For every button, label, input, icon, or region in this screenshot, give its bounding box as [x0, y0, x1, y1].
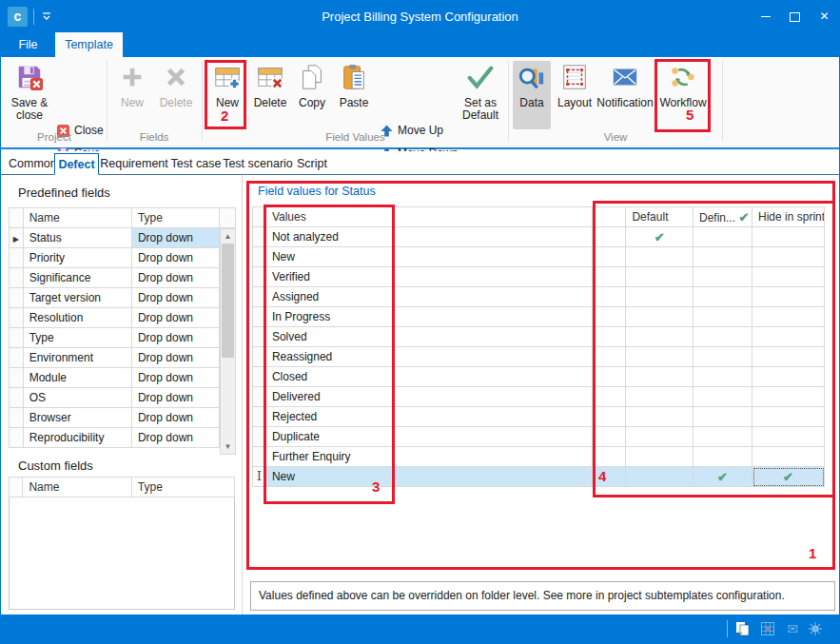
table-row[interactable]: Assigned [253, 287, 825, 307]
column-header-type[interactable]: Type [131, 208, 219, 228]
column-header-name[interactable]: Name [23, 208, 131, 228]
defined-cell[interactable] [693, 427, 752, 447]
spacer-cell[interactable] [593, 447, 626, 467]
column-header-hide-in-sprints[interactable]: Hide in sprints [752, 207, 825, 227]
table-row[interactable]: Module Drop down [10, 368, 236, 388]
default-cell[interactable] [626, 407, 693, 427]
value-cell[interactable]: In Progress [265, 307, 592, 327]
table-row[interactable]: New [253, 247, 825, 267]
tab-test-case[interactable]: Test case [169, 153, 223, 175]
default-cell[interactable] [626, 247, 693, 267]
column-header-defined[interactable]: Defin... ✔ [693, 207, 752, 227]
spacer-cell[interactable] [593, 467, 626, 487]
table-row[interactable]: ▶ Status Drop down [10, 228, 236, 248]
close-button[interactable]: ✕ [810, 1, 839, 32]
field-name-cell[interactable]: Priority [23, 248, 131, 268]
tab-requirement[interactable]: Requirement [99, 153, 169, 175]
row-selector[interactable] [253, 387, 266, 407]
table-row[interactable]: Duplicate [253, 427, 825, 447]
field-name-cell[interactable]: Environment [23, 348, 131, 368]
defined-cell[interactable] [693, 307, 752, 327]
fields-delete-button[interactable]: Delete [154, 61, 198, 129]
column-header-values[interactable]: Values [265, 207, 592, 227]
defined-cell[interactable] [693, 367, 752, 387]
table-row[interactable]: In Progress [253, 307, 825, 327]
column-header-type[interactable]: Type [131, 478, 234, 498]
burst-status-icon[interactable] [806, 620, 825, 637]
value-cell[interactable]: Assigned [265, 287, 592, 307]
field-name-cell[interactable]: OS [23, 388, 131, 408]
row-selector[interactable] [253, 227, 266, 247]
scrollbar-thumb[interactable] [222, 244, 234, 358]
spacer-cell[interactable] [593, 287, 626, 307]
value-cell[interactable]: Verified [265, 267, 592, 287]
field-name-cell[interactable]: Significance [23, 268, 131, 288]
defined-cell[interactable] [693, 447, 752, 467]
tab-defect[interactable]: Defect [54, 153, 99, 175]
data-view-button[interactable]: Data [513, 61, 551, 129]
table-row[interactable]: Closed [253, 367, 825, 387]
field-type-cell[interactable]: Drop down [131, 228, 219, 248]
row-selector[interactable] [10, 388, 24, 408]
defined-cell[interactable] [693, 407, 752, 427]
row-selector[interactable] [253, 327, 266, 347]
hide-in-sprints-cell[interactable] [752, 247, 825, 267]
field-type-cell[interactable]: Drop down [131, 428, 219, 448]
defined-cell[interactable]: ✔ [693, 467, 752, 487]
values-delete-button[interactable]: Delete [249, 61, 291, 129]
field-name-cell[interactable]: Resolution [23, 308, 131, 328]
row-selector[interactable] [10, 308, 24, 328]
pointer-pages-icon[interactable] [733, 620, 752, 637]
default-cell[interactable] [626, 427, 693, 447]
set-as-default-button[interactable]: Set as Default [456, 61, 505, 129]
hide-in-sprints-cell[interactable] [752, 347, 825, 367]
hide-in-sprints-cell[interactable] [752, 387, 825, 407]
default-cell[interactable] [626, 267, 693, 287]
paste-button[interactable]: Paste [335, 61, 373, 129]
spacer-cell[interactable] [593, 307, 626, 327]
defined-cell[interactable] [693, 227, 752, 247]
default-cell[interactable] [626, 307, 693, 327]
mail-status-icon[interactable]: ✉ [783, 620, 802, 637]
layout-view-button[interactable]: Layout [554, 61, 596, 129]
table-row[interactable]: Environment Drop down [10, 348, 236, 368]
table-row[interactable]: Priority Drop down [10, 248, 236, 268]
vertical-scrollbar[interactable]: ▲ ▼ [220, 228, 236, 455]
table-row[interactable]: Verified [253, 267, 825, 287]
notification-view-button[interactable]: Notification [596, 61, 654, 129]
row-selector[interactable] [10, 368, 24, 388]
column-header-spacer[interactable] [593, 207, 626, 227]
field-type-cell[interactable]: Drop down [131, 308, 219, 328]
tab-test-scenario[interactable]: Test scenario [223, 153, 293, 175]
spacer-cell[interactable] [593, 367, 626, 387]
fields-new-button[interactable]: New [112, 61, 152, 129]
hide-in-sprints-cell[interactable]: ✔ [752, 467, 825, 487]
column-header-default[interactable]: Default [626, 207, 693, 227]
scroll-up-icon[interactable]: ▲ [221, 229, 235, 244]
value-cell[interactable]: New [265, 467, 592, 487]
defined-cell[interactable] [693, 287, 752, 307]
scroll-down-icon[interactable]: ▼ [221, 439, 235, 454]
grid-status-icon[interactable] [758, 620, 777, 637]
row-selector[interactable] [10, 348, 24, 368]
default-cell[interactable]: ✔ [626, 227, 693, 247]
default-cell[interactable] [626, 287, 693, 307]
table-row[interactable]: OS Drop down [10, 388, 236, 408]
value-cell[interactable]: Not analyzed [265, 227, 592, 247]
tab-common[interactable]: Common [9, 153, 54, 175]
row-selector[interactable] [10, 288, 24, 308]
hide-in-sprints-cell[interactable] [752, 407, 825, 427]
table-row[interactable]: Solved [253, 327, 825, 347]
tab-script[interactable]: Script [293, 153, 331, 175]
defined-cell[interactable] [693, 347, 752, 367]
spacer-cell[interactable] [593, 407, 626, 427]
defined-cell[interactable] [693, 327, 752, 347]
table-row[interactable]: Delivered [253, 387, 825, 407]
values-new-button[interactable]: New [209, 61, 245, 129]
table-row[interactable]: Resolution Drop down [10, 308, 236, 328]
value-cell[interactable]: Reassigned [265, 347, 592, 367]
field-type-cell[interactable]: Drop down [131, 348, 219, 368]
table-row[interactable]: Rejected [253, 407, 825, 427]
value-cell[interactable]: Rejected [265, 407, 592, 427]
save-and-close-button[interactable]: Save & close [7, 61, 52, 129]
